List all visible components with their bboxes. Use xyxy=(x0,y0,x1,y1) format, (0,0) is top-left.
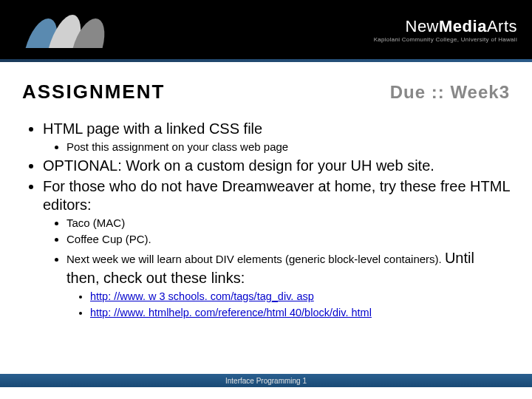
link-w3schools[interactable]: http: //www. w 3 schools. com/tags/tag_d… xyxy=(90,290,314,302)
slide-header: NewMediaArts Kapiolani Community College… xyxy=(0,0,532,59)
list-text: Next week we will learn about DIV elemen… xyxy=(66,253,445,265)
list-item: Coffee Cup (PC). xyxy=(66,232,510,247)
link-htmlhelp[interactable]: http: //www. htmlhelp. com/reference/htm… xyxy=(90,307,372,318)
list-item: OPTIONAL: Work on a custom design for yo… xyxy=(43,157,510,175)
list-item: http: //www. w 3 schools. com/tags/tag_d… xyxy=(90,290,510,304)
footer-bar: Interface Programming 1 xyxy=(0,374,532,387)
list-item: Next week we will learn about DIV elemen… xyxy=(66,248,510,320)
brand-subtitle: Kapiolani Community College, University … xyxy=(374,36,517,43)
list-item: HTML page with a linked CSS file Post th… xyxy=(43,120,510,154)
list-text: HTML page with a linked CSS file xyxy=(43,120,262,137)
brand-title: NewMediaArts xyxy=(374,17,517,36)
footer-text: Interface Programming 1 xyxy=(225,377,307,385)
list-item: For those who do not have Dreamweaver at… xyxy=(43,177,510,321)
slide-title: ASSIGNMENT xyxy=(22,81,165,103)
slide-content: ASSIGNMENT Due :: Week3 HTML page with a… xyxy=(0,62,532,320)
due-label: Due :: Week3 xyxy=(390,82,510,103)
list-item: Taco (MAC) xyxy=(66,216,510,231)
list-item: http: //www. htmlhelp. com/reference/htm… xyxy=(90,306,510,321)
list-item: Post this assignment on your class web p… xyxy=(66,140,510,154)
logo-swoosh-icon xyxy=(30,11,100,48)
title-row: ASSIGNMENT Due :: Week3 xyxy=(22,81,510,103)
bullet-list: HTML page with a linked CSS file Post th… xyxy=(22,120,510,320)
brand-block: NewMediaArts Kapiolani Community College… xyxy=(374,17,517,43)
list-text: For those who do not have Dreamweaver at… xyxy=(43,178,510,213)
